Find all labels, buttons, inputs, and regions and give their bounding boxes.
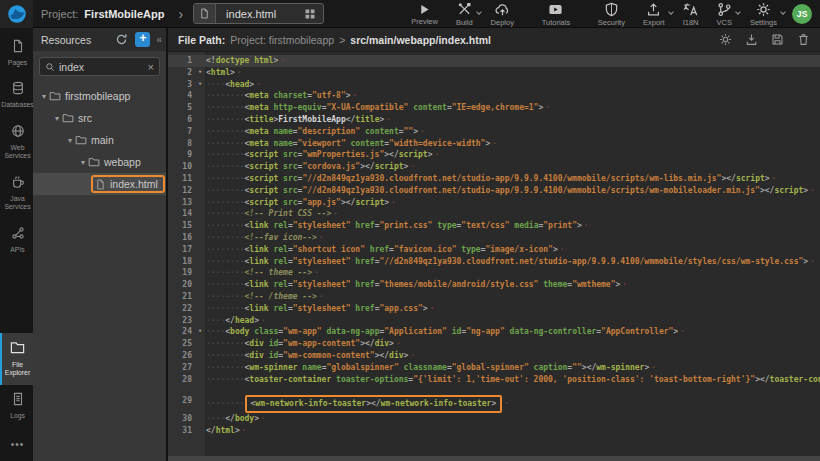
i18n-label: I18N	[683, 18, 699, 27]
grid-icon[interactable]	[286, 8, 323, 20]
tree-expand-icon[interactable]: ▾	[39, 92, 49, 101]
sidebar-item-more[interactable]: •••	[0, 427, 33, 461]
sidebar-item-web-services[interactable]: Web Services	[0, 117, 33, 168]
code-line[interactable]: 27········<wm-spinner name="globalspinne…	[168, 362, 820, 374]
i18n-button[interactable]: I18N	[674, 0, 708, 28]
code-line[interactable]: 6········<title>FirstMobileApp</title>·	[168, 114, 820, 126]
line-number: 13	[168, 197, 194, 209]
code-line[interactable]: 21········<!-- /theme -->·	[168, 291, 820, 303]
code-line[interactable]: 20········<link rel="stylesheet" href="t…	[168, 279, 820, 291]
line-number: 22	[168, 303, 194, 315]
code-line[interactable]: 3▾····<head>·	[168, 79, 820, 91]
settings-button[interactable]: Settings	[741, 0, 786, 28]
sidebar-item-databases[interactable]: Databases	[0, 74, 33, 116]
tree-item-index-html[interactable]: index.html	[33, 173, 166, 195]
code-line[interactable]: 8········<meta name="viewport" content="…	[168, 138, 820, 150]
code-line-content: ········<link rel="shortcut icon" href="…	[206, 244, 820, 256]
code-line-content: ········<script src="//d2n849qz1ya930.cl…	[206, 173, 820, 185]
code-line[interactable]: 30····</body>·	[168, 413, 820, 425]
code-line[interactable]: 13········<script src="app.js"></script>…	[168, 197, 820, 209]
code-line[interactable]: 23····</head>·	[168, 315, 820, 327]
code-line[interactable]: 1<!doctype html>·	[168, 55, 820, 67]
save-icon[interactable]	[771, 33, 784, 46]
code-line[interactable]: 28········<toaster-container toaster-opt…	[168, 374, 820, 386]
app-logo[interactable]	[0, 0, 33, 28]
code-line[interactable]: 24▾····<body class="wm-app" data-ng-app=…	[168, 326, 820, 338]
fold-toggle-icon[interactable]: ▾	[194, 326, 206, 338]
code-line[interactable]: 2▾<html>·	[168, 67, 820, 79]
sidebar-item-file-explorer[interactable]: File Explorer	[0, 333, 33, 385]
trailing-whitespace-marker: ·	[810, 257, 815, 266]
deploy-button[interactable]: Deploy	[482, 0, 523, 28]
code-line[interactable]: 10········<script src="cordova.js"></scr…	[168, 161, 820, 173]
tree-item-webapp[interactable]: ▾webapp	[33, 151, 166, 173]
fold-gutter	[194, 55, 206, 67]
apis-label: APIs	[10, 246, 24, 254]
fold-gutter	[194, 197, 206, 209]
sidebar-item-pages[interactable]: Pages	[0, 32, 33, 74]
vcs-button[interactable]: VCS	[707, 0, 740, 28]
line-number: 5	[168, 102, 194, 114]
code-line-content: <!doctype html>·	[206, 55, 820, 67]
dropdown-caret-icon	[780, 9, 786, 15]
line-number: 18	[168, 256, 194, 268]
code-line[interactable]: 18········<link rel="stylesheet" href="/…	[168, 256, 820, 268]
security-button[interactable]: Security	[589, 0, 634, 28]
trailing-whitespace-marker: ·	[651, 363, 656, 372]
code-line[interactable]: 29········<wm-network-info-toaster></wm-…	[168, 395, 820, 413]
code-line[interactable]: 15········<link rel="stylesheet" href="p…	[168, 220, 820, 232]
fold-toggle-icon[interactable]: ▾	[194, 67, 206, 79]
code-line[interactable]: 22········<link rel="stylesheet" href="a…	[168, 303, 820, 315]
code-line[interactable]: 12········<script src="//d2n849qz1ya930.…	[168, 185, 820, 197]
code-line[interactable]: 11········<script src="//d2n849qz1ya930.…	[168, 173, 820, 185]
code-line[interactable]: 4········<meta charset="utf-8">·	[168, 90, 820, 102]
code-area[interactable]: 1<!doctype html>·2▾<html>·3▾····<head>·4…	[168, 52, 820, 461]
gear-icon[interactable]	[719, 33, 732, 46]
line-number: 14	[168, 208, 194, 220]
tree-item-firstmobileapp[interactable]: ▾firstmobileapp	[33, 85, 166, 107]
vcs-label: VCS	[716, 18, 731, 27]
tree-expand-icon[interactable]: ▾	[52, 114, 62, 123]
tree-expand-icon[interactable]: ▾	[78, 158, 88, 167]
export-button[interactable]: Export	[634, 0, 674, 28]
tutorials-button[interactable]: Tutorials	[533, 0, 579, 28]
code-line[interactable]: 16········<!--fav icon-->·	[168, 232, 820, 244]
tree-item-src[interactable]: ▾src	[33, 107, 166, 129]
download-icon[interactable]	[745, 33, 758, 46]
horizontal-scrollbar[interactable]	[168, 456, 820, 461]
avatar[interactable]: JS	[792, 4, 812, 24]
tree-expand-icon[interactable]: ▾	[65, 136, 75, 145]
code-line-content: ········<script src="wmProperties.js"></…	[206, 149, 820, 161]
clear-search-icon[interactable]: ×	[148, 61, 154, 73]
trailing-whitespace-marker: ·	[280, 56, 285, 65]
tab-index-html[interactable]: index.html	[193, 3, 324, 24]
tree-item-main[interactable]: ▾main	[33, 129, 166, 151]
trailing-whitespace-marker: ·	[810, 186, 815, 195]
tree-item-label: main	[91, 134, 114, 146]
search-input[interactable]	[55, 61, 148, 73]
code-line[interactable]: 9········<script src="wmProperties.js"><…	[168, 149, 820, 161]
line-number: 12	[168, 185, 194, 197]
sidebar-item-java-services[interactable]: Java Services	[0, 168, 33, 219]
sidebar-item-apis[interactable]: APIs	[0, 219, 33, 261]
code-line[interactable]: 19········<!-- theme -->·	[168, 267, 820, 279]
add-resource-button[interactable]: +	[135, 32, 150, 47]
code-line[interactable]: 7········<meta name="description" conten…	[168, 126, 820, 138]
code-line[interactable]: 5········<meta http-equiv="X-UA-Compatib…	[168, 102, 820, 114]
code-line[interactable]: 31</html>·	[168, 425, 820, 437]
sidebar-item-logs[interactable]: Logs	[0, 385, 33, 427]
collapse-panel-icon[interactable]: «	[156, 34, 162, 45]
trailing-whitespace-marker: ·	[333, 209, 338, 218]
security-icon	[604, 2, 619, 17]
resources-title: Resources	[41, 34, 113, 46]
project-switcher[interactable]: Project: FirstMobileApp	[41, 8, 164, 20]
code-line[interactable]: 26········<div id="wm-common-content"></…	[168, 350, 820, 362]
code-line[interactable]: 14········<!-- Print CSS -->·	[168, 208, 820, 220]
code-line[interactable]: 25········<div id="wm-app-content"></div…	[168, 338, 820, 350]
refresh-icon[interactable]	[113, 31, 130, 48]
build-button[interactable]: Build	[447, 0, 482, 28]
preview-button[interactable]: Preview	[402, 0, 447, 28]
trash-icon[interactable]	[797, 33, 810, 46]
fold-toggle-icon[interactable]: ▾	[194, 79, 206, 91]
code-line[interactable]: 17········<link rel="shortcut icon" href…	[168, 244, 820, 256]
